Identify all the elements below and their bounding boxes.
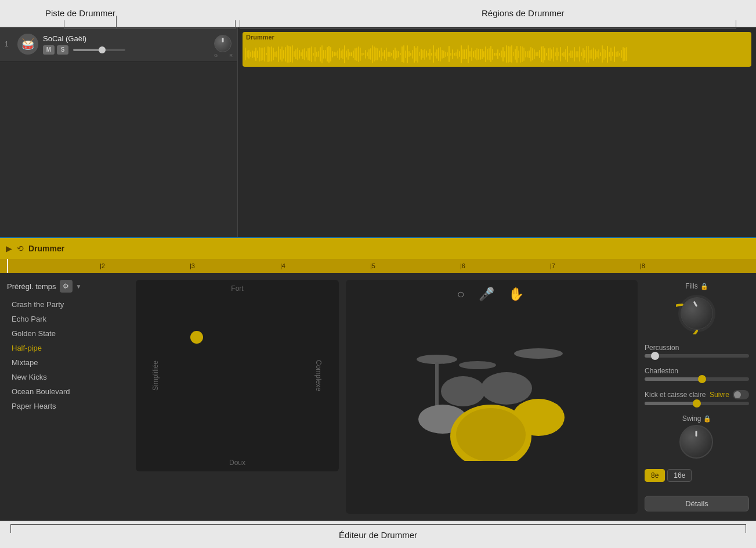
preset-echo-park[interactable]: Echo Park <box>7 312 129 326</box>
pan-knob-dot <box>222 38 224 42</box>
kick-slider[interactable] <box>645 402 749 405</box>
charleston-thumb[interactable] <box>698 375 706 383</box>
percussion-label: Percussion <box>645 344 749 352</box>
swing-knob-container[interactable] <box>679 425 714 460</box>
fills-knob-container[interactable] <box>676 293 718 334</box>
regions-bracket-bottom <box>240 28 736 29</box>
drum-kit-icon: 🥁 <box>17 34 38 55</box>
preset-paper-hearts[interactable]: Paper Hearts <box>7 399 129 413</box>
editor-ruler: |2 |3 |4 |5 |6 |7 |8 <box>0 259 756 273</box>
loop-icon[interactable]: ⟲ <box>17 244 24 253</box>
ruler-mark-4: |4 <box>280 262 285 269</box>
regions-bracket-left <box>240 20 240 29</box>
preset-half-pipe[interactable]: Half-pipe <box>7 341 129 355</box>
piste-bracket-bottom <box>64 28 235 29</box>
fills-lock-icon[interactable]: 🔒 <box>700 283 708 290</box>
high-tom[interactable] <box>441 376 485 406</box>
regions-bracket-right <box>736 20 736 29</box>
track-name: SoCal (Gaël) <box>43 34 209 43</box>
ruler-mark-7: |7 <box>550 262 555 269</box>
preset-mixtape[interactable]: Mixtape <box>7 355 129 370</box>
preset-gear-button[interactable]: ⚙ <box>60 280 73 293</box>
suivre-row: Suivre <box>710 390 749 399</box>
xy-dot[interactable] <box>190 331 203 344</box>
solo-button[interactable]: S <box>57 45 68 55</box>
charleston-fill <box>645 377 702 381</box>
hand-icon[interactable]: ✋ <box>508 287 524 302</box>
preset-panel-label: Prérégl. temps <box>7 282 56 291</box>
mute-button[interactable]: M <box>43 45 55 55</box>
preset-crash-the-party[interactable]: Crash the Party <box>7 297 129 312</box>
editor-body: Prérégl. temps ⚙ ▼ Crash the Party Echo … <box>0 273 756 521</box>
kick-label: Kick et caisse claire <box>645 391 706 399</box>
knob-label-g: G <box>214 53 218 58</box>
playhead[interactable] <box>7 259 8 273</box>
editor-title: Drummer <box>28 244 64 253</box>
piste-bracket-left <box>64 20 64 29</box>
preset-header: Prérégl. temps ⚙ ▼ <box>7 280 129 293</box>
volume-slider[interactable] <box>73 49 125 51</box>
editeur-bracket-right <box>746 524 746 533</box>
ruler-mark-6: |6 <box>460 262 465 269</box>
circle-icon[interactable]: ○ <box>457 287 465 302</box>
knob-label-r: R <box>229 53 233 58</box>
beat-buttons: 8e 16e <box>645 469 749 482</box>
fills-knob-indicator <box>693 301 698 307</box>
suivre-toggle[interactable] <box>733 390 749 399</box>
preset-golden-state[interactable]: Golden State <box>7 326 129 341</box>
charleston-control: Charleston <box>645 367 749 381</box>
regions-drummer-label: Régions de Drummer <box>482 8 565 18</box>
drum-kit-panel: ○ 🎤 ✋ <box>346 280 638 514</box>
percussion-slider[interactable] <box>645 354 749 358</box>
beat-16e-button[interactable]: 16e <box>667 469 692 482</box>
xy-label-fort: Fort <box>231 284 243 293</box>
piste-drummer-label: Piste de Drummer <box>45 8 115 18</box>
preset-new-kicks[interactable]: New Kicks <box>7 370 129 384</box>
details-button[interactable]: Détails <box>645 496 749 511</box>
xy-pad[interactable]: Fort Doux Simplifiée Complexe <box>136 280 339 471</box>
play-icon[interactable]: ▶ <box>6 244 12 253</box>
piste-bracket-right <box>235 20 236 29</box>
fills-control: Fills 🔒 <box>645 282 749 334</box>
drum-kit-svg <box>417 333 567 461</box>
beat-8e-button[interactable]: 8e <box>645 469 665 482</box>
region-label: Drummer <box>246 34 274 41</box>
mid-tom[interactable] <box>481 372 532 405</box>
swing-knob[interactable] <box>679 425 713 459</box>
track-info: SoCal (Gaël) M S <box>43 34 209 55</box>
mic-icon[interactable]: 🎤 <box>479 287 494 302</box>
drummer-region[interactable]: Drummer <box>243 32 751 67</box>
kick-control: Kick et caisse claire Suivre <box>645 390 749 405</box>
piste-arrow <box>116 16 117 28</box>
editor-header: ▶ ⟲ Drummer <box>0 238 756 259</box>
suivre-toggle-thumb <box>734 391 741 398</box>
ruler-mark-5: |5 <box>370 262 375 269</box>
kick-label-row: Kick et caisse claire Suivre <box>645 390 749 399</box>
swing-label-row: Swing 🔒 <box>682 414 712 423</box>
preset-ocean-boulevard[interactable]: Ocean Boulevard <box>7 384 129 399</box>
crash-cymbal[interactable] <box>459 361 496 369</box>
percussion-control: Percussion <box>645 344 749 358</box>
ruler-mark-3: |3 <box>190 262 195 269</box>
charleston-label: Charleston <box>645 367 749 375</box>
waveform <box>243 44 751 64</box>
swing-lock-icon[interactable]: 🔒 <box>703 415 711 423</box>
swing-label: Swing <box>682 414 701 423</box>
swing-control: Swing 🔒 <box>645 414 749 460</box>
kit-icons: ○ 🎤 ✋ <box>457 287 524 302</box>
ride-cymbal[interactable] <box>514 348 563 359</box>
xy-label-doux: Doux <box>229 459 245 467</box>
fills-label: Fills <box>685 282 697 290</box>
kick-thumb[interactable] <box>693 399 701 408</box>
fills-knob[interactable] <box>681 297 713 330</box>
preset-chevron-icon[interactable]: ▼ <box>76 283 82 290</box>
pan-knob[interactable]: G R <box>214 35 233 53</box>
editeur-bracket-left <box>10 524 11 533</box>
charleston-slider[interactable] <box>645 377 749 381</box>
kick-fill <box>645 402 697 405</box>
ruler-mark-8: |8 <box>640 262 645 269</box>
track-lane: 1 🥁 SoCal (Gaël) M S <box>0 27 238 237</box>
percussion-thumb[interactable] <box>651 352 659 360</box>
controls-panel: Fills 🔒 Percussion <box>645 280 749 514</box>
fills-label-row: Fills 🔒 <box>685 282 708 290</box>
